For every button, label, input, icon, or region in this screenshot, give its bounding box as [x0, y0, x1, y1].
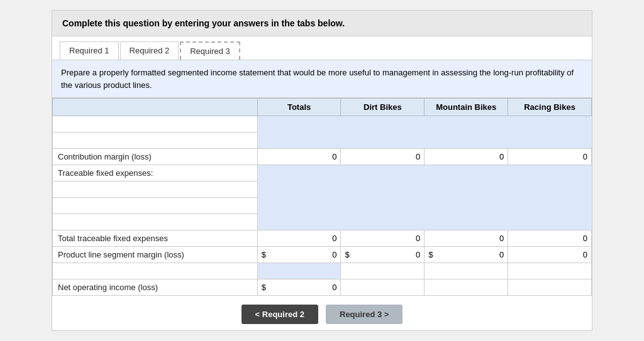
table-row	[53, 116, 592, 133]
traceable-input-dirt-1[interactable]	[341, 181, 425, 198]
contribution-total: 0	[257, 149, 341, 165]
segment-total-val: 0	[262, 250, 337, 259]
back-button[interactable]: < Required 2	[242, 305, 318, 324]
col-header-racingbikes: Racing Bikes	[508, 99, 592, 116]
contribution-dirt: 0	[341, 149, 425, 165]
table-row-segment-margin: Product line segment margin (loss) $0 $0…	[53, 247, 592, 263]
net-income-value: $ 0	[257, 279, 341, 296]
net-empty-1	[341, 279, 425, 296]
traceable-input-dirt-3[interactable]	[341, 214, 425, 230]
table-row	[53, 214, 592, 230]
net-empty-2	[425, 279, 508, 296]
income-statement-table: Totals Dirt Bikes Mountain Bikes Racing …	[52, 98, 592, 296]
dollar-net: $	[262, 283, 266, 292]
input-dirt-1[interactable]	[341, 116, 425, 133]
contribution-mountain: 0	[425, 149, 508, 165]
total-traceable-label: Total traceable fixed expenses	[53, 230, 258, 247]
table-row-net-income: Net operating income (loss) $ 0	[53, 279, 592, 296]
instruction-bar: Prepare a properly formatted segmented i…	[52, 60, 592, 98]
net-income-val: 0	[262, 283, 337, 292]
traceable-input-mountain-3[interactable]	[425, 214, 508, 230]
traceable-section-label: Traceable fixed expenses:	[53, 165, 258, 181]
table-row-traceable-label: Traceable fixed expenses:	[53, 165, 592, 181]
input-racing-1[interactable]	[508, 116, 592, 133]
dollar-totals: $	[262, 250, 266, 259]
traceable-input-label-2	[53, 198, 258, 214]
table-header-row: Totals Dirt Bikes Mountain Bikes Racing …	[53, 99, 592, 116]
table-row-contribution: Contribution margin (loss) 0 0 0 0	[53, 149, 592, 165]
forward-button[interactable]: Required 3 >	[326, 305, 402, 324]
traceable-input-racing-3[interactable]	[508, 214, 592, 230]
table-section: Totals Dirt Bikes Mountain Bikes Racing …	[52, 98, 592, 296]
table-row	[53, 198, 592, 214]
empty-cell-3	[508, 263, 592, 279]
traceable-input-racing-2[interactable]	[508, 198, 592, 214]
tab-required1[interactable]: Required 1	[60, 41, 119, 60]
col-header-label	[53, 99, 258, 116]
empty-cell-1	[341, 263, 425, 279]
segment-dirt-val: 0	[345, 250, 420, 259]
input-mountain-2[interactable]	[425, 133, 508, 149]
input-totals-1[interactable]	[257, 116, 341, 133]
total-traceable-racing: 0	[508, 230, 592, 247]
traceable-dirt-head[interactable]	[341, 165, 425, 181]
table-row	[53, 133, 592, 149]
input-single-totals[interactable]	[257, 263, 341, 279]
input-label-2	[53, 133, 258, 149]
main-container: Complete this question by entering your …	[52, 10, 592, 331]
traceable-input-racing-1[interactable]	[508, 181, 592, 198]
traceable-input-label-3	[53, 214, 258, 230]
traceable-input-totals-2[interactable]	[257, 198, 341, 214]
tab-required2[interactable]: Required 2	[120, 41, 179, 60]
nav-buttons: < Required 2 Required 3 >	[52, 296, 592, 330]
input-mountain-1[interactable]	[425, 116, 508, 133]
segment-margin-dirt: $0	[341, 247, 425, 263]
segment-margin-racing: 0	[508, 247, 592, 263]
input-label-1	[53, 116, 258, 133]
segment-racing-val: 0	[512, 250, 587, 259]
input-totals-2[interactable]	[257, 133, 341, 149]
total-traceable-dirt: 0	[341, 230, 425, 247]
table-row-total-traceable: Total traceable fixed expenses 0 0 0 0	[53, 230, 592, 247]
input-racing-2[interactable]	[508, 133, 592, 149]
tab-required3[interactable]: Required 3	[180, 41, 240, 60]
segment-margin-label: Product line segment margin (loss)	[53, 247, 258, 263]
total-traceable-total: 0	[257, 230, 341, 247]
traceable-input-totals-1[interactable]	[257, 181, 341, 198]
net-income-label: Net operating income (loss)	[53, 279, 258, 296]
segment-mountain-val: 0	[428, 250, 504, 259]
traceable-input-mountain-1[interactable]	[425, 181, 508, 198]
traceable-input-totals-3[interactable]	[257, 214, 341, 230]
traceable-input-mountain-2[interactable]	[425, 198, 508, 214]
net-empty-3	[508, 279, 592, 296]
col-header-dirtbikes: Dirt Bikes	[341, 99, 425, 116]
segment-margin-total: $0	[257, 247, 341, 263]
header-title: Complete this question by entering your …	[62, 18, 345, 28]
col-header-totals: Totals	[257, 99, 341, 116]
total-traceable-mountain: 0	[425, 230, 508, 247]
traceable-totals-head[interactable]	[257, 165, 341, 181]
instruction-text: Prepare a properly formatted segmented i…	[61, 68, 574, 90]
header-bar: Complete this question by entering your …	[52, 11, 592, 36]
traceable-input-label-1	[53, 181, 258, 198]
segment-margin-mountain: $0	[425, 247, 508, 263]
traceable-racing-head[interactable]	[508, 165, 592, 181]
tabs-row: Required 1 Required 2 Required 3	[52, 36, 592, 60]
table-row	[53, 181, 592, 198]
col-header-mountainbikes: Mountain Bikes	[425, 99, 508, 116]
input-dirt-2[interactable]	[341, 133, 425, 149]
contribution-margin-label: Contribution margin (loss)	[53, 149, 258, 165]
traceable-mountain-head[interactable]	[425, 165, 508, 181]
empty-cell-2	[425, 263, 508, 279]
traceable-input-dirt-2[interactable]	[341, 198, 425, 214]
input-single-label	[53, 263, 258, 279]
contribution-racing: 0	[508, 149, 592, 165]
table-row-input-single	[53, 263, 592, 279]
